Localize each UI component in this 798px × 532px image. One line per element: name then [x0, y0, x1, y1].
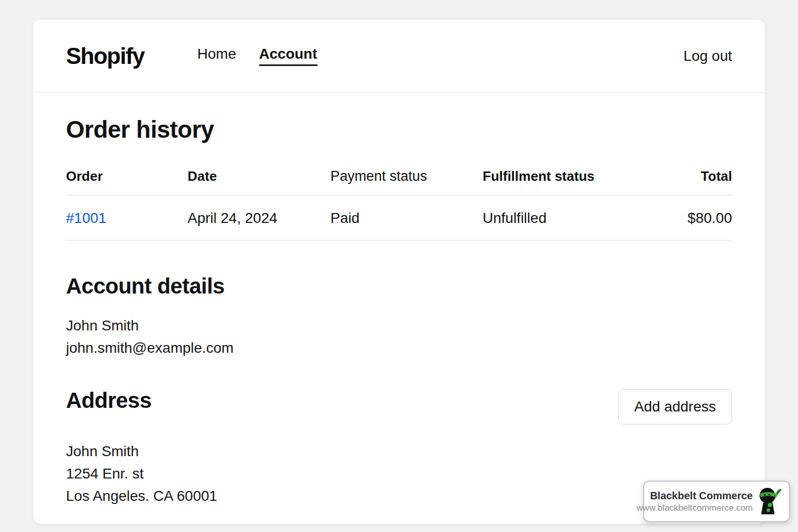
column-header-fulfillment-status: Fulfillment status — [483, 168, 618, 195]
table-row: #1001 April 24, 2024 Paid Unfulfilled $8… — [66, 195, 732, 241]
nav-item-home[interactable]: Home — [197, 46, 236, 66]
order-history-table: Order Date Payment status Fulfillment st… — [66, 168, 732, 241]
account-name: John Smith — [66, 314, 732, 337]
account-email: john.smith@example.com — [66, 337, 732, 359]
shopify-logo[interactable]: Shopify — [66, 43, 144, 69]
column-header-date: Date — [188, 168, 330, 195]
account-page-card: Shopify Home Account Log out Order histo… — [33, 20, 765, 524]
account-details-section: Account details John Smith john.smith@ex… — [66, 274, 732, 359]
table-header-row: Order Date Payment status Fulfillment st… — [66, 168, 732, 195]
address-line-name: John Smith — [66, 440, 732, 462]
order-fulfillment-status: Unfulfilled — [483, 195, 618, 240]
order-total: $80.00 — [618, 195, 732, 240]
main-nav: Home Account — [197, 46, 317, 66]
order-history-title: Order history — [66, 115, 732, 143]
site-header: Shopify Home Account Log out — [33, 20, 765, 92]
ninja-icon — [758, 487, 782, 515]
nav-item-account[interactable]: Account — [259, 46, 317, 66]
column-header-order: Order — [66, 168, 188, 195]
column-header-total: Total — [618, 168, 732, 195]
address-section: Address Add address John Smith 1254 Enr.… — [66, 388, 732, 507]
main-content: Order history Order Date Payment status … — [33, 115, 765, 507]
account-details-title: Account details — [66, 274, 732, 299]
blackbelt-commerce-badge[interactable]: Blackbelt Commerce www.blackbeltcommerce… — [643, 481, 790, 522]
logout-link[interactable]: Log out — [684, 48, 732, 64]
badge-url: www.blackbeltcommerce.com — [636, 502, 753, 514]
column-header-payment-status: Payment status — [330, 168, 483, 195]
order-number-link[interactable]: #1001 — [66, 210, 107, 226]
add-address-button[interactable]: Add address — [618, 389, 732, 424]
address-line-city: Los Angeles. CA 60001 — [66, 485, 732, 507]
address-title: Address — [66, 388, 152, 413]
order-date: April 24, 2024 — [188, 195, 330, 240]
badge-title: Blackbelt Commerce — [636, 489, 753, 502]
order-payment-status: Paid — [330, 195, 483, 240]
address-line-street: 1254 Enr. st — [66, 462, 732, 485]
